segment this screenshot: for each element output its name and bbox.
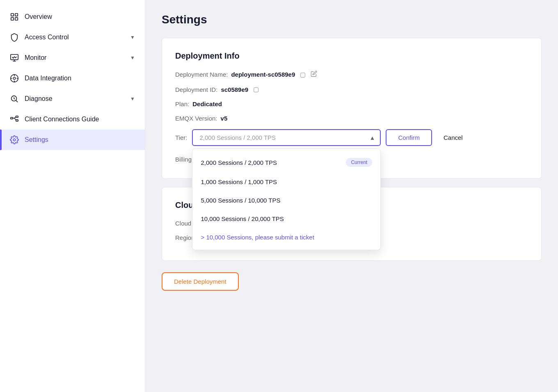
sidebar-item-settings[interactable]: Settings — [0, 130, 145, 150]
sidebar-item-label: Client Connections Guide — [25, 116, 99, 123]
main-content: Settings Deployment Info Deployment Name… — [145, 0, 558, 392]
shield-icon — [10, 33, 19, 42]
sidebar-item-diagnose[interactable]: Diagnose ▼ — [0, 89, 145, 109]
chevron-down-icon: ▼ — [130, 96, 135, 102]
tier-option-label: 5,000 Sessions / 10,000 TPS — [201, 197, 280, 204]
page-title: Settings — [162, 13, 542, 26]
tier-select-wrapper: 2,000 Sessions / 2,000 TPS ▲ 2,000 Sessi… — [192, 129, 381, 146]
plan-label: Plan: — [175, 100, 189, 107]
tier-select-placeholder: 2,000 Sessions / 2,000 TPS — [199, 134, 276, 141]
sidebar-item-data-integration[interactable]: Data Integration — [0, 68, 145, 89]
tier-select[interactable]: 2,000 Sessions / 2,000 TPS — [192, 129, 381, 146]
sidebar-item-label: Access Control — [25, 34, 69, 41]
data-icon — [10, 74, 19, 83]
deployment-name-label: Deployment Name: — [175, 71, 228, 78]
sidebar-item-client-connections[interactable]: Client Connections Guide — [0, 109, 145, 130]
svg-point-5 — [13, 77, 16, 80]
tier-option-2[interactable]: 1,000 Sessions / 1,000 TPS — [192, 173, 380, 191]
sidebar-item-label: Data Integration — [25, 75, 71, 82]
tier-dropdown: 2,000 Sessions / 2,000 TPS Current 1,000… — [192, 148, 381, 250]
tier-option-label: 2,000 Sessions / 2,000 TPS — [201, 159, 277, 166]
sidebar-item-monitor[interactable]: Monitor ▼ — [0, 48, 145, 68]
chevron-down-icon: ▼ — [130, 55, 135, 61]
confirm-button[interactable]: Confirm — [386, 129, 432, 146]
deployment-id-label: Deployment ID: — [175, 86, 217, 93]
deployment-id-row: Deployment ID: sc0589e9 ▢ — [175, 86, 528, 93]
svg-rect-9 — [16, 120, 18, 121]
tier-option-3[interactable]: 5,000 Sessions / 10,000 TPS — [192, 191, 380, 210]
deployment-name-value: deployment-sc0589e9 — [231, 71, 295, 78]
gear-icon — [10, 135, 19, 144]
tier-row: Tier: 2,000 Sessions / 2,000 TPS ▲ 2,000… — [175, 129, 528, 146]
sidebar-item-overview[interactable]: Overview — [0, 7, 145, 27]
svg-rect-3 — [15, 18, 18, 20]
sidebar: Overview Access Control ▼ Monitor ▼ — [0, 0, 145, 392]
plan-value: Dedicated — [192, 100, 222, 107]
svg-rect-0 — [11, 14, 14, 16]
diagnose-icon — [10, 94, 19, 103]
sidebar-item-label: Overview — [25, 13, 52, 21]
sidebar-item-label: Monitor — [25, 54, 46, 62]
tier-option-4[interactable]: 10,000 Sessions / 20,000 TPS — [192, 210, 380, 228]
edit-icon[interactable] — [311, 71, 317, 78]
monitor-icon — [10, 53, 19, 62]
deployment-name-row: Deployment Name: deployment-sc0589e9 ▢ — [175, 71, 528, 78]
sidebar-item-access-control[interactable]: Access Control ▼ — [0, 27, 145, 48]
tier-option-label: 1,000 Sessions / 1,000 TPS — [201, 178, 277, 185]
cancel-button[interactable]: Cancel — [437, 130, 469, 145]
svg-rect-2 — [11, 18, 14, 20]
tier-option-label: 10,000 Sessions / 20,000 TPS — [201, 215, 284, 222]
current-badge: Current — [346, 158, 372, 167]
svg-rect-7 — [11, 117, 13, 119]
tier-label: Tier: — [175, 134, 187, 141]
svg-rect-8 — [16, 116, 18, 118]
copy-icon-id[interactable]: ▢ — [253, 86, 259, 93]
emqx-version-row: EMQX Version: v5 — [175, 115, 528, 122]
emqx-version-value: v5 — [221, 115, 228, 122]
tier-ticket-link[interactable]: > 10,000 Sessions, please submit a ticke… — [192, 228, 380, 246]
svg-point-10 — [13, 139, 16, 141]
tier-ticket-label: > 10,000 Sessions, please submit a ticke… — [201, 234, 314, 241]
chevron-down-icon: ▼ — [130, 34, 135, 40]
grid-icon — [10, 12, 19, 21]
sidebar-item-label: Settings — [25, 136, 48, 144]
svg-rect-1 — [15, 14, 18, 16]
cloud-label: Cloud — [175, 220, 191, 227]
deployment-id-value: sc0589e9 — [221, 86, 248, 93]
billing-label: Billing — [175, 156, 192, 163]
deployment-info-card: Deployment Info Deployment Name: deploym… — [162, 38, 542, 179]
tier-option-1[interactable]: 2,000 Sessions / 2,000 TPS Current — [192, 152, 380, 173]
copy-icon[interactable]: ▢ — [300, 71, 306, 78]
plan-row: Plan: Dedicated — [175, 100, 528, 107]
emqx-version-label: EMQX Version: — [175, 115, 217, 122]
sidebar-item-label: Diagnose — [25, 95, 53, 103]
deployment-info-title: Deployment Info — [175, 51, 528, 61]
delete-deployment-button[interactable]: Delete Deployment — [162, 272, 239, 291]
connections-icon — [10, 115, 19, 124]
